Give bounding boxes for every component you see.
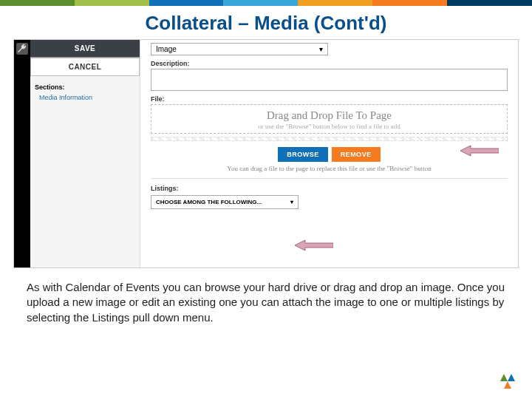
type-select[interactable]: Image ▾ [151,43,328,55]
svg-marker-3 [508,374,515,381]
page-title: Collateral – Media (Cont'd) [0,12,532,35]
slide-caption: As with Calendar of Events you can brows… [27,280,505,325]
sections-heading: Sections: [30,76,140,92]
upload-progress-placeholder [151,137,508,141]
form-panel: Image ▾ Description: File: Drag and Drop… [140,40,518,267]
sidebar-item-media-info[interactable]: Media Information [30,92,140,101]
svg-marker-4 [504,381,511,389]
dropzone-title: Drag and Drop File To Page [151,109,507,122]
brand-logo [498,374,517,390]
dropzone-subtitle: or use the "Browse" button below to find… [151,123,507,130]
chevron-down-icon: ▾ [319,45,323,53]
listings-dropdown-label: CHOOSE AMONG THE FOLLOWING... [156,199,262,205]
description-label: Description: [151,60,508,67]
type-value: Image [156,45,177,53]
left-panel: SAVE CANCEL Sections: Media Information [30,40,140,267]
file-dropzone[interactable]: Drag and Drop File To Page or use the "B… [151,104,508,134]
save-button[interactable]: SAVE [30,40,140,58]
icon-rail [14,40,30,267]
listings-label: Listings: [151,185,508,192]
chevron-down-icon: ▾ [290,199,293,205]
remove-button[interactable]: REMOVE [332,147,381,162]
brand-stripe [0,0,532,6]
description-textarea[interactable] [151,69,508,91]
wrench-icon[interactable] [16,43,28,55]
cancel-button[interactable]: CANCEL [30,58,140,76]
browse-button[interactable]: BROWSE [278,147,328,162]
svg-marker-2 [500,374,508,381]
file-label: File: [151,95,508,103]
listings-dropdown[interactable]: CHOOSE AMONG THE FOLLOWING... ▾ [151,195,299,209]
replace-hint: You can drag a file to the page to repla… [151,165,508,172]
app-frame: SAVE CANCEL Sections: Media Information … [13,39,519,268]
divider [151,178,508,179]
